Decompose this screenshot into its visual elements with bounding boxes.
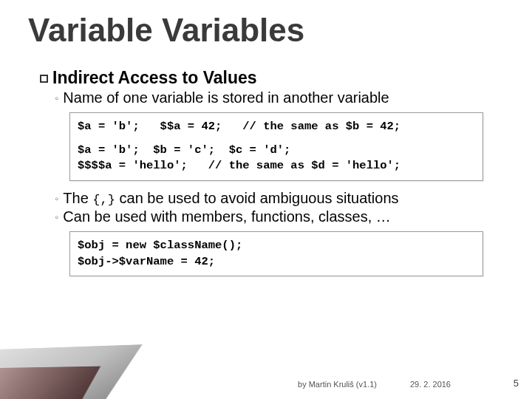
heading-indirect-access: Indirect Access to Values (40, 68, 498, 88)
diamond-bullet-icon: ◦ (55, 92, 58, 104)
bullet-members: ◦Can be used with members, functions, cl… (55, 208, 498, 225)
code-box-1: $a = 'b'; $$a = 42; // the same as $b = … (69, 112, 483, 181)
code-line: $a = 'b'; $b = 'c'; $c = 'd'; (78, 143, 475, 159)
slide: Variable Variables Indirect Access to Va… (0, 0, 532, 399)
code-line: $$$$a = 'hello'; // the same as $d = 'he… (78, 158, 475, 174)
slide-body: Indirect Access to Values ◦Name of one v… (40, 68, 498, 285)
bullet-braces: ◦The {,} can be used to avoid ambiguous … (55, 190, 498, 207)
code-line: $obj->$varName = 42; (78, 254, 475, 270)
bullet-text-post: can be used to avoid ambiguous situation… (115, 190, 399, 206)
bullet-text: Can be used with members, functions, cla… (63, 208, 391, 225)
diamond-bullet-icon: ◦ (55, 211, 58, 223)
code-box-2: $obj = new $className(); $obj->$varName … (69, 231, 483, 276)
diamond-bullet-icon: ◦ (55, 192, 58, 205)
bullet-text: Name of one variable is stored in anothe… (63, 89, 389, 106)
code-line: $a = 'b'; $$a = 42; // the same as $b = … (78, 119, 475, 135)
code-line: $obj = new $className(); (78, 238, 475, 254)
slide-title: Variable Variables (28, 12, 304, 49)
code-spacer (78, 135, 475, 143)
footer-page-number: 5 (514, 378, 519, 389)
footer-date: 29. 2. 2016 (410, 380, 451, 389)
inline-code: {,} (92, 193, 115, 207)
square-bullet-icon (40, 75, 48, 83)
footer-author: by Martin Kruliš (v1.1) (298, 380, 377, 389)
bullet-name-stored: ◦Name of one variable is stored in anoth… (55, 89, 498, 106)
heading-text: Indirect Access to Values (52, 68, 257, 87)
bullet-text-pre: The (63, 190, 92, 206)
